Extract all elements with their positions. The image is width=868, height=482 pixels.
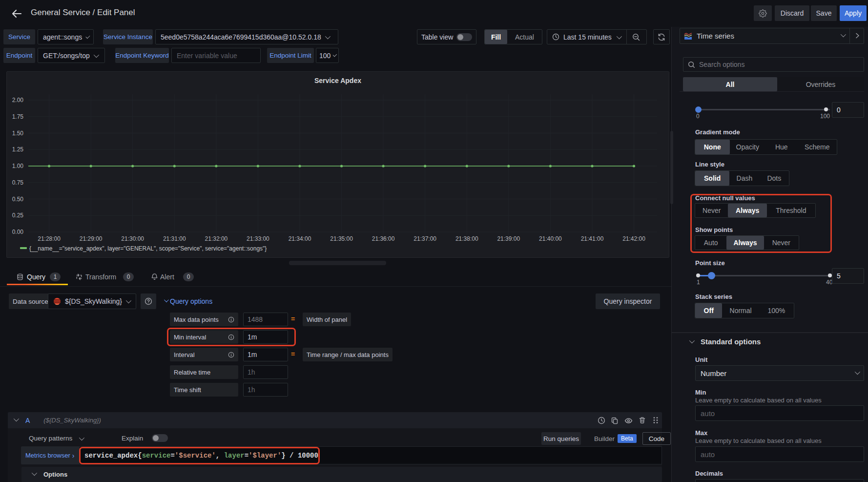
svg-text:21:36:00: 21:36:00 — [372, 235, 395, 242]
svg-text:21:29:00: 21:29:00 — [80, 235, 103, 242]
svg-text:0.50: 0.50 — [12, 196, 24, 203]
svg-text:21:35:00: 21:35:00 — [330, 235, 353, 242]
svg-text:21:39:00: 21:39:00 — [497, 235, 520, 242]
svg-text:1.00: 1.00 — [12, 163, 24, 169]
svg-text:0.75: 0.75 — [12, 179, 24, 186]
svg-text:21:32:00: 21:32:00 — [205, 235, 228, 242]
svg-text:1.75: 1.75 — [12, 113, 24, 120]
svg-text:{__name__="service_apdex", lay: {__name__="service_apdex", layer="GENERA… — [29, 245, 267, 252]
svg-text:21:28:00: 21:28:00 — [38, 235, 61, 242]
svg-text:21:34:00: 21:34:00 — [289, 235, 311, 242]
svg-text:1.25: 1.25 — [12, 146, 24, 153]
svg-text:21:33:00: 21:33:00 — [247, 235, 269, 242]
svg-text:21:42:00: 21:42:00 — [622, 235, 645, 242]
svg-text:21:37:00: 21:37:00 — [413, 235, 436, 242]
svg-text:21:31:00: 21:31:00 — [163, 235, 186, 242]
svg-text:21:30:00: 21:30:00 — [121, 235, 144, 242]
svg-text:0.25: 0.25 — [12, 212, 24, 219]
svg-text:21:40:00: 21:40:00 — [539, 235, 562, 242]
svg-text:1.50: 1.50 — [12, 130, 24, 137]
svg-text:2.00: 2.00 — [12, 97, 24, 104]
svg-text:21:38:00: 21:38:00 — [455, 235, 478, 242]
svg-text:21:41:00: 21:41:00 — [581, 235, 604, 242]
svg-text:0.00: 0.00 — [12, 229, 24, 235]
